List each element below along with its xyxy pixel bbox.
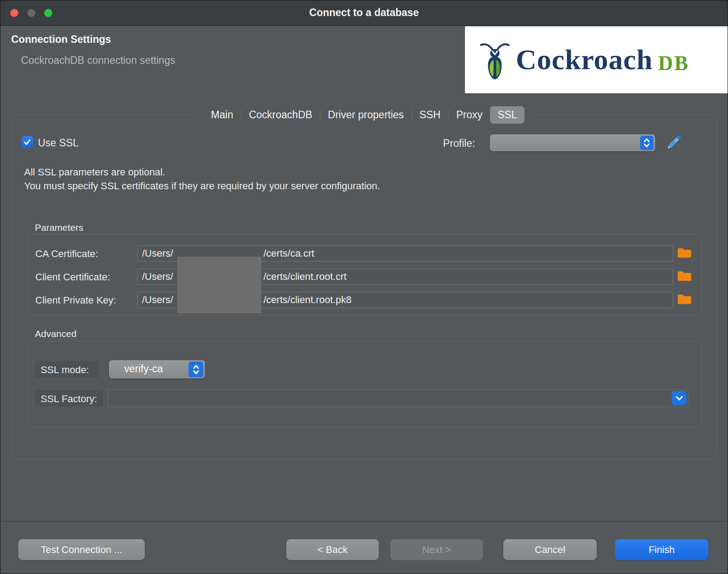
cancel-button[interactable]: Cancel <box>503 539 597 560</box>
path-suffix: /certs/client.root.pk8 <box>264 292 351 308</box>
path-prefix: /Users/ <box>142 294 173 305</box>
profile-label: Profile: <box>443 137 475 150</box>
chevron-down-icon[interactable] <box>672 391 686 405</box>
browse-client-certificate-button[interactable] <box>677 270 692 283</box>
chevron-up-down-icon <box>640 136 653 150</box>
tab-proxy[interactable]: Proxy <box>448 106 490 124</box>
driver-logo: Cockroach DB <box>465 26 728 93</box>
chevron-up-down-icon <box>188 362 203 377</box>
path-prefix: /Users/ <box>142 271 173 282</box>
ssl-factory-combo[interactable] <box>108 389 688 407</box>
folder-icon <box>677 247 692 259</box>
edit-profile-button[interactable] <box>666 135 681 150</box>
path-prefix: /Users/ <box>142 248 173 259</box>
tab-ssh[interactable]: SSH <box>412 106 448 124</box>
tab-bar: Main CockroachDB Driver properties SSH P… <box>198 106 530 124</box>
tab-driver-properties[interactable]: Driver properties <box>320 106 411 124</box>
brand-name: Cockroach <box>516 43 653 76</box>
client-certificate-label: Client Certificate: <box>35 271 110 283</box>
redacted-username-overlay <box>177 257 261 313</box>
finish-button[interactable]: Finish <box>615 539 708 560</box>
tab-main[interactable]: Main <box>203 106 241 124</box>
advanced-group-box <box>27 341 702 427</box>
parameters-group-title: Parameters <box>35 222 84 233</box>
folder-icon <box>677 270 692 283</box>
test-connection-button[interactable]: Test Connection ... <box>18 539 145 560</box>
cockroach-bug-icon <box>480 38 510 81</box>
browse-client-private-key-button[interactable] <box>677 293 692 306</box>
brand-suffix: DB <box>658 45 689 75</box>
title-bar: Connect to a database <box>0 0 728 26</box>
footer-divider <box>0 521 728 522</box>
pencil-icon <box>666 135 681 150</box>
client-private-key-label: Client Private Key: <box>35 295 116 306</box>
folder-icon <box>677 293 692 306</box>
dialog-title: Connect to a database <box>0 7 728 19</box>
next-button: Next > <box>390 539 483 560</box>
back-button[interactable]: < Back <box>286 539 379 560</box>
ca-certificate-label: CA Certificate: <box>35 248 98 260</box>
page-subtitle: CockroachDB connection settings <box>21 54 175 67</box>
page-title: Connection Settings <box>11 33 111 46</box>
use-ssl-label: Use SSL <box>38 137 79 149</box>
ssl-mode-selected-value: verify-ca <box>124 363 163 375</box>
browse-ca-certificate-button[interactable] <box>677 247 692 259</box>
ssl-info-line-1: All SSL parameters are optional. <box>24 165 165 179</box>
path-suffix: /certs/client.root.crt <box>264 269 347 284</box>
tab-cockroachdb[interactable]: CockroachDB <box>241 106 320 124</box>
ssl-info-line-2: You must specify SSL certificates if the… <box>24 179 380 193</box>
advanced-group-title: Advanced <box>35 329 76 339</box>
ssl-mode-select[interactable]: verify-ca <box>109 360 205 379</box>
path-suffix: /certs/ca.crt <box>264 246 314 261</box>
profile-select[interactable] <box>490 134 655 151</box>
ssl-factory-label: SSL Factory: <box>41 393 97 405</box>
tab-ssl[interactable]: SSL <box>490 106 524 124</box>
checkmark-icon <box>23 137 32 146</box>
connect-to-database-dialog: Connect to a database Connection Setting… <box>0 0 728 574</box>
use-ssl-checkbox[interactable] <box>21 136 33 148</box>
ssl-mode-label: SSL mode: <box>41 364 89 376</box>
